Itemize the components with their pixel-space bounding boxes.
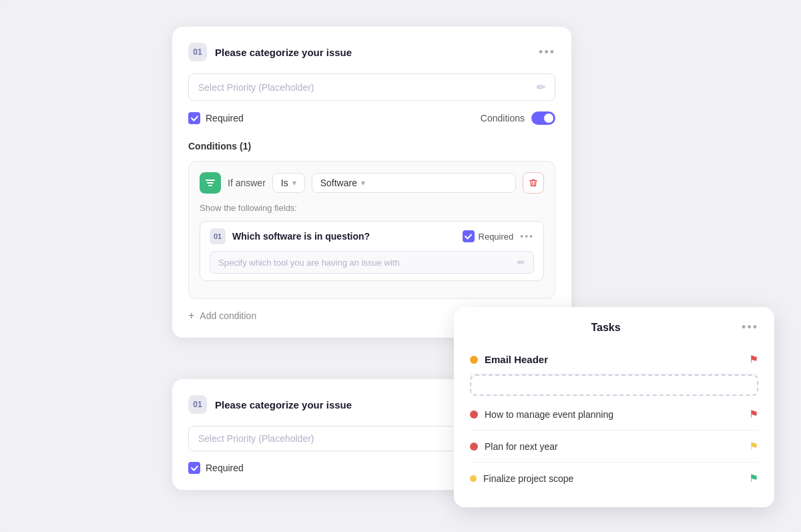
- task-row-2[interactable]: Finalize project scope ⚑: [470, 463, 758, 494]
- sub-more-options-button[interactable]: •••: [520, 231, 534, 242]
- task-row-0[interactable]: How to manage event planning ⚑: [470, 398, 758, 431]
- dot-teal-icon-2: [470, 475, 477, 482]
- task-name-1: Plan for next year: [485, 441, 742, 452]
- if-answer-label: If answer: [228, 178, 266, 188]
- add-condition-label: Add condition: [200, 310, 256, 321]
- conditions-section: Conditions (1) If answer Is ▾ Software ▾: [188, 141, 555, 322]
- is-value: Is: [281, 178, 288, 188]
- sub-field-header: 01 Which software is in question? Requir…: [210, 228, 534, 244]
- required-left: Required: [188, 112, 244, 124]
- priority-input-row[interactable]: Select Priority (Placeholder) ✏: [188, 73, 555, 101]
- is-dropdown[interactable]: Is ▾: [272, 173, 305, 193]
- software-chevron-icon: ▾: [361, 178, 365, 188]
- show-fields-label: Show the following fields:: [200, 203, 544, 213]
- sub-field-row: 01 Which software is in question? Requir…: [200, 221, 544, 281]
- sub-field-title: Which software is in question?: [232, 231, 456, 242]
- required-left-2: Required: [188, 462, 244, 474]
- form-card-2: 01 Please categorize your issue Select P…: [172, 379, 481, 490]
- tasks-more-options-button[interactable]: •••: [742, 320, 758, 334]
- card-header-1: 01 Please categorize your issue •••: [188, 43, 555, 61]
- email-header-name: Email Header: [485, 354, 742, 365]
- card-header-left-2: 01 Please categorize your issue: [188, 395, 352, 414]
- tasks-header: Tasks •••: [470, 320, 758, 334]
- condition-row: If answer Is ▾ Software ▾: [200, 172, 544, 194]
- card-title-2: Please categorize your issue: [215, 399, 352, 411]
- email-header-flag-icon: ⚑: [749, 353, 758, 366]
- software-dropdown[interactable]: Software ▾: [312, 173, 516, 193]
- flag-icon-1: ⚑: [749, 440, 758, 453]
- priority-input-row-2[interactable]: Select Priority (Placeholder): [188, 426, 465, 451]
- sub-input-row[interactable]: Specify which tool you are having an iss…: [210, 251, 534, 274]
- task-name-0: How to manage event planning: [485, 409, 742, 420]
- dot-red-icon-1: [470, 443, 478, 451]
- form-card-1: 01 Please categorize your issue ••• Sele…: [172, 27, 571, 338]
- task-name-2: Finalize project scope: [483, 473, 742, 484]
- conditions-label: Conditions: [481, 113, 525, 123]
- card-title-1: Please categorize your issue: [215, 47, 352, 58]
- dot-yellow-icon: [470, 356, 478, 364]
- tasks-panel: Tasks ••• Email Header ⚑ How to manage e…: [454, 307, 774, 507]
- required-checkbox[interactable]: [188, 112, 200, 124]
- sub-required-label: Required: [479, 232, 514, 242]
- task-drag-placeholder: [470, 374, 758, 396]
- delete-condition-button[interactable]: [523, 172, 544, 194]
- card-header-2: 01 Please categorize your issue: [188, 395, 465, 414]
- email-header-row: Email Header ⚑: [470, 345, 758, 374]
- plus-icon: +: [188, 310, 194, 322]
- is-chevron-icon: ▾: [292, 178, 296, 188]
- step-badge-1: 01: [188, 43, 207, 61]
- condition-box: If answer Is ▾ Software ▾ Show the follo…: [188, 161, 555, 299]
- sub-edit-icon[interactable]: ✏: [517, 257, 525, 268]
- required-label-2: Required: [206, 463, 244, 473]
- edit-icon[interactable]: ✏: [537, 81, 545, 93]
- filter-icon-box: [200, 172, 221, 194]
- priority-placeholder-2: Select Priority (Placeholder): [198, 433, 455, 444]
- sub-input-placeholder: Specify which tool you are having an iss…: [218, 258, 517, 268]
- required-checkbox-2[interactable]: [188, 462, 200, 474]
- dot-red-icon-0: [470, 411, 478, 419]
- conditions-right: Conditions: [481, 111, 555, 125]
- priority-placeholder: Select Priority (Placeholder): [198, 82, 537, 93]
- required-row: Required Conditions: [188, 111, 555, 125]
- conditions-toggle[interactable]: [531, 111, 555, 125]
- tasks-title: Tasks: [470, 322, 742, 334]
- sub-required-checkbox[interactable]: [463, 230, 475, 242]
- task-row-1[interactable]: Plan for next year ⚑: [470, 431, 758, 463]
- more-options-button[interactable]: •••: [539, 45, 555, 59]
- flag-icon-2: ⚑: [749, 472, 758, 485]
- card-header-left: 01 Please categorize your issue: [188, 43, 352, 61]
- flag-icon-0: ⚑: [749, 408, 758, 421]
- required-row-2: Required: [188, 462, 465, 474]
- software-value: Software: [320, 178, 357, 188]
- conditions-count-title: Conditions (1): [188, 141, 555, 152]
- required-label: Required: [206, 113, 244, 123]
- sub-step-badge: 01: [210, 228, 226, 244]
- step-badge-2: 01: [188, 395, 207, 414]
- sub-required-row: Required: [463, 230, 514, 242]
